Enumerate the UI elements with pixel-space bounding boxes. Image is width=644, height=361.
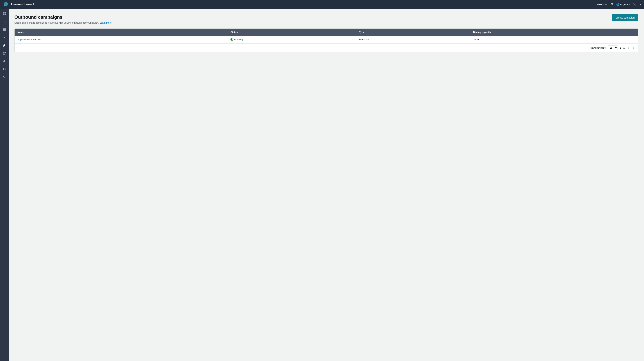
campaign-name-link[interactable]: Appointment reminders	[18, 38, 42, 41]
external-link-button[interactable]	[610, 3, 613, 6]
sidebar-item-announcements[interactable]	[1, 58, 8, 65]
svg-point-13	[4, 52, 4, 53]
status-label: Running	[234, 38, 243, 41]
col-name: Name	[14, 29, 228, 36]
users-icon	[2, 52, 6, 55]
page-header: Outbound campaigns Create and manage cam…	[14, 15, 638, 24]
svg-rect-6	[3, 22, 4, 23]
callback-icon	[2, 75, 6, 79]
next-page-button[interactable]: ›	[632, 46, 635, 50]
help-button[interactable]: ?	[640, 3, 641, 6]
analytics-icon	[2, 20, 6, 24]
top-navigation: Amazon Connect Nikki Wolf 🌐 English ▾ ?	[0, 0, 644, 9]
create-campaign-button[interactable]: Create campaign	[612, 15, 638, 21]
status-dot-icon	[230, 38, 233, 41]
page-description: Create and manage campaigns to achieve h…	[14, 22, 112, 24]
sidebar-item-headset[interactable]	[1, 66, 8, 73]
phone-icon	[633, 3, 636, 6]
table-body: Appointment reminders Running Predictive…	[14, 36, 638, 44]
campaign-name-cell: Appointment reminders	[14, 36, 228, 44]
sidebar-item-routing[interactable]	[1, 26, 8, 33]
campaign-type-cell: Predictive	[356, 36, 470, 44]
table-header-row: Name Status Type Dialing capacity	[14, 29, 638, 36]
campaigns-table: Name Status Type Dialing capacity Appoin…	[14, 29, 638, 44]
phone-button[interactable]	[633, 3, 636, 6]
svg-rect-4	[3, 14, 4, 15]
rows-per-page-label: Rows per page:	[590, 47, 606, 49]
svg-rect-7	[4, 21, 4, 23]
page-header-left: Outbound campaigns Create and manage cam…	[14, 15, 112, 24]
sidebar-item-users[interactable]	[1, 50, 8, 57]
external-link-icon	[610, 3, 613, 6]
rows-per-page: Rows per page: 10 25 50 100	[590, 46, 618, 50]
announcements-icon	[2, 59, 6, 63]
svg-rect-5	[4, 14, 6, 15]
sidebar-item-tasks[interactable]	[1, 34, 8, 41]
main-layout: Outbound campaigns Create and manage cam…	[0, 9, 644, 361]
page-info: 1 - 1	[620, 47, 624, 49]
globe-icon: 🌐	[616, 3, 619, 6]
svg-point-14	[5, 52, 6, 53]
campaigns-table-container: Name Status Type Dialing capacity Appoin…	[14, 29, 638, 52]
language-selector[interactable]: 🌐 English ▾	[616, 3, 630, 6]
language-dropdown-icon: ▾	[628, 3, 630, 6]
app-logo: Amazon Connect	[3, 2, 34, 7]
campaigns-icon	[2, 44, 6, 47]
svg-rect-9	[6, 21, 6, 23]
sidebar	[0, 9, 9, 361]
svg-rect-10	[3, 29, 6, 29]
app-title: Amazon Connect	[10, 3, 34, 6]
headset-icon	[2, 67, 6, 71]
prev-page-button[interactable]: ‹	[627, 46, 630, 50]
username-label: Nikki Wolf	[597, 3, 607, 6]
svg-rect-8	[5, 20, 5, 23]
main-content: Outbound campaigns Create and manage cam…	[9, 9, 644, 361]
campaign-dialing-cell: 100%	[470, 36, 638, 44]
topnav-right: Nikki Wolf 🌐 English ▾ ?	[597, 3, 641, 6]
sidebar-item-callback[interactable]	[1, 73, 8, 81]
logo-icon	[3, 2, 9, 7]
page-title: Outbound campaigns	[14, 15, 112, 20]
learn-more-link[interactable]: Learn more	[100, 22, 112, 24]
status-running: Running	[230, 38, 353, 41]
sidebar-item-campaigns[interactable]	[1, 42, 8, 49]
tasks-icon	[2, 36, 6, 39]
svg-rect-11	[3, 29, 6, 30]
col-dialing: Dialing capacity	[470, 29, 638, 36]
language-label: English	[620, 3, 628, 6]
svg-rect-12	[3, 30, 6, 31]
pagination-row: Rows per page: 10 25 50 100 1 - 1 ‹ ›	[14, 44, 638, 52]
routing-icon	[2, 28, 6, 31]
help-icon: ?	[640, 3, 641, 6]
col-type: Type	[356, 29, 470, 36]
sidebar-item-dashboard[interactable]	[1, 10, 8, 17]
dashboard-icon	[2, 12, 6, 16]
sidebar-item-analytics[interactable]	[1, 18, 8, 25]
table-row: Appointment reminders Running Predictive…	[14, 36, 638, 44]
svg-rect-3	[4, 12, 6, 14]
col-status: Status	[228, 29, 356, 36]
table-header: Name Status Type Dialing capacity	[14, 29, 638, 36]
campaign-status-cell: Running	[228, 36, 356, 44]
svg-point-1	[4, 3, 7, 5]
rows-per-page-select[interactable]: 10 25 50 100	[608, 46, 618, 50]
svg-rect-2	[3, 12, 4, 14]
